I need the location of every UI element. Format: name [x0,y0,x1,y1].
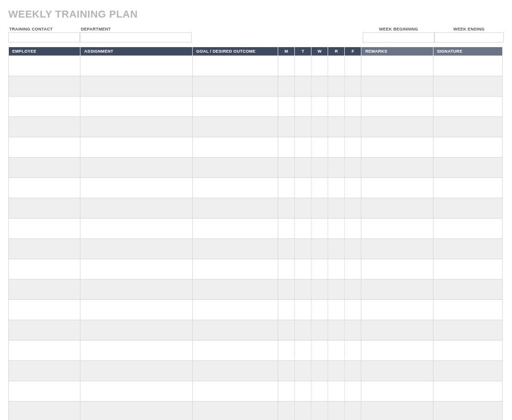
cell-assignment[interactable] [80,239,192,259]
cell-employee[interactable] [9,117,80,137]
cell-employee[interactable] [9,97,80,117]
cell-employee[interactable] [9,198,80,219]
cell-goal[interactable] [192,117,278,137]
cell-remarks[interactable] [361,56,433,76]
cell-monday[interactable] [278,320,295,341]
cell-employee[interactable] [9,280,80,300]
cell-signature[interactable] [433,219,502,239]
cell-remarks[interactable] [361,320,433,341]
cell-remarks[interactable] [361,219,433,239]
cell-wednesday[interactable] [311,178,328,198]
cell-thursday[interactable] [328,76,345,97]
cell-assignment[interactable] [80,402,192,420]
cell-monday[interactable] [278,56,295,76]
cell-signature[interactable] [433,320,502,341]
cell-assignment[interactable] [80,280,192,300]
cell-thursday[interactable] [328,117,345,137]
cell-thursday[interactable] [328,280,345,300]
cell-assignment[interactable] [80,137,192,158]
cell-thursday[interactable] [328,361,345,381]
cell-tuesday[interactable] [295,178,311,198]
cell-wednesday[interactable] [311,402,328,420]
cell-goal[interactable] [192,158,278,178]
cell-goal[interactable] [192,361,278,381]
cell-friday[interactable] [345,137,361,158]
cell-monday[interactable] [278,259,295,280]
cell-assignment[interactable] [80,341,192,361]
cell-monday[interactable] [278,300,295,320]
cell-signature[interactable] [433,137,502,158]
cell-monday[interactable] [278,76,295,97]
cell-employee[interactable] [9,219,80,239]
cell-signature[interactable] [433,381,502,402]
cell-remarks[interactable] [361,341,433,361]
cell-monday[interactable] [278,198,295,219]
cell-tuesday[interactable] [295,158,311,178]
cell-wednesday[interactable] [311,259,328,280]
cell-assignment[interactable] [80,381,192,402]
cell-goal[interactable] [192,178,278,198]
cell-tuesday[interactable] [295,219,311,239]
cell-tuesday[interactable] [295,76,311,97]
cell-employee[interactable] [9,158,80,178]
cell-assignment[interactable] [80,178,192,198]
cell-friday[interactable] [345,198,361,219]
cell-tuesday[interactable] [295,239,311,259]
cell-remarks[interactable] [361,402,433,420]
cell-employee[interactable] [9,341,80,361]
cell-remarks[interactable] [361,381,433,402]
cell-goal[interactable] [192,219,278,239]
cell-assignment[interactable] [80,56,192,76]
cell-assignment[interactable] [80,198,192,219]
cell-thursday[interactable] [328,320,345,341]
cell-tuesday[interactable] [295,381,311,402]
cell-employee[interactable] [9,137,80,158]
cell-remarks[interactable] [361,239,433,259]
cell-employee[interactable] [9,402,80,420]
training-contact-input[interactable] [8,32,80,43]
cell-assignment[interactable] [80,97,192,117]
cell-employee[interactable] [9,361,80,381]
cell-employee[interactable] [9,76,80,97]
cell-goal[interactable] [192,402,278,420]
cell-friday[interactable] [345,320,361,341]
cell-goal[interactable] [192,97,278,117]
cell-wednesday[interactable] [311,300,328,320]
cell-employee[interactable] [9,56,80,76]
cell-signature[interactable] [433,198,502,219]
week-beginning-input[interactable] [363,32,434,43]
cell-goal[interactable] [192,259,278,280]
cell-goal[interactable] [192,76,278,97]
cell-signature[interactable] [433,97,502,117]
cell-thursday[interactable] [328,341,345,361]
cell-thursday[interactable] [328,56,345,76]
cell-thursday[interactable] [328,158,345,178]
cell-tuesday[interactable] [295,56,311,76]
cell-wednesday[interactable] [311,381,328,402]
cell-tuesday[interactable] [295,341,311,361]
cell-friday[interactable] [345,117,361,137]
cell-tuesday[interactable] [295,137,311,158]
cell-friday[interactable] [345,219,361,239]
cell-assignment[interactable] [80,300,192,320]
cell-thursday[interactable] [328,178,345,198]
cell-thursday[interactable] [328,381,345,402]
cell-assignment[interactable] [80,219,192,239]
cell-thursday[interactable] [328,219,345,239]
cell-remarks[interactable] [361,178,433,198]
cell-friday[interactable] [345,381,361,402]
cell-goal[interactable] [192,239,278,259]
cell-assignment[interactable] [80,117,192,137]
cell-thursday[interactable] [328,259,345,280]
cell-wednesday[interactable] [311,320,328,341]
cell-goal[interactable] [192,341,278,361]
cell-monday[interactable] [278,280,295,300]
cell-monday[interactable] [278,158,295,178]
cell-remarks[interactable] [361,158,433,178]
cell-remarks[interactable] [361,198,433,219]
cell-thursday[interactable] [328,137,345,158]
cell-tuesday[interactable] [295,97,311,117]
cell-wednesday[interactable] [311,117,328,137]
cell-goal[interactable] [192,381,278,402]
cell-remarks[interactable] [361,76,433,97]
